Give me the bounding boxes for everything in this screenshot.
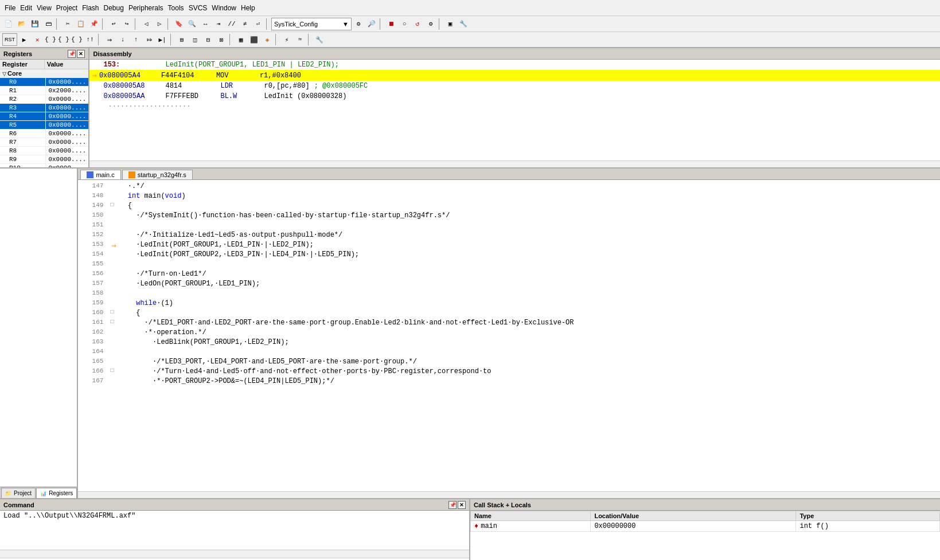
arrow-btn[interactable]: ↑! — [84, 33, 96, 46]
col-value: Value — [45, 60, 89, 69]
command-close-icon[interactable]: ✕ — [458, 501, 466, 509]
forward-btn[interactable]: ▷ — [153, 18, 166, 30]
exec-arrow-icon: ⇒ — [111, 241, 116, 250]
paste-btn[interactable]: 📌 — [88, 18, 100, 30]
menu-window[interactable]: Window — [209, 3, 239, 13]
disasm-hscroll[interactable] — [89, 160, 940, 167]
core-group-header[interactable]: ▽Core — [0, 69, 88, 78]
register-row[interactable]: R40x0800.... — [0, 112, 88, 121]
menu-flash[interactable]: Flash — [80, 3, 101, 13]
menu-file[interactable]: File — [2, 3, 18, 13]
register-row[interactable]: R50x0800.... — [0, 121, 88, 130]
register-row[interactable]: R30x0800.... — [0, 104, 88, 112]
cmd-hscroll[interactable] — [0, 550, 469, 558]
rst-btn[interactable]: RST — [2, 33, 17, 46]
register-row[interactable]: R80x0000.... — [0, 147, 88, 155]
tools2-btn[interactable]: 🔧 — [313, 33, 326, 46]
tools-btn[interactable]: 🔧 — [457, 18, 470, 30]
code-hscroll[interactable] — [78, 491, 940, 498]
callstack-header: Call Stack + Locals — [470, 499, 940, 511]
code-line: 154 ·LedInit(PORT_GROUP2,·LED3_PIN·|·LED… — [78, 250, 940, 260]
view3-btn[interactable]: ⊟ — [202, 33, 214, 46]
register-table-header: Register Value — [0, 60, 88, 69]
fold-icon[interactable]: □ — [110, 367, 117, 374]
register-row[interactable]: R90x0000.... — [0, 155, 88, 164]
menu-debug[interactable]: Debug — [102, 3, 126, 13]
window-btn[interactable]: ▣ — [444, 18, 457, 30]
menu-help[interactable]: Help — [239, 3, 258, 13]
curly3-btn[interactable]: { } — [71, 33, 83, 46]
debug-run2-btn[interactable]: ▶ — [18, 33, 30, 46]
dbg2-btn[interactable]: ◈ — [261, 33, 274, 46]
menu-view[interactable]: View — [34, 3, 54, 13]
mem1-btn[interactable]: ▦ — [235, 33, 247, 46]
left-panel-bottom: 📁 Project 📊 Registers — [0, 169, 78, 498]
register-row[interactable]: R00x0800.... — [0, 78, 88, 87]
registers-panel: Registers 📌 ✕ Register Value ▽Core R00x0… — [0, 48, 89, 167]
code-line: 148 int main(void) — [78, 192, 940, 202]
register-row[interactable]: R20x0000.... — [0, 95, 88, 104]
redo-btn[interactable]: ↪ — [120, 18, 133, 30]
search-btn[interactable]: 🔎 — [365, 18, 378, 30]
tab-project[interactable]: 📁 Project — [1, 488, 36, 498]
undo-btn[interactable]: ↩ — [107, 18, 120, 30]
view4-btn[interactable]: ⊠ — [215, 33, 228, 46]
wrap-btn[interactable]: ⏎ — [252, 18, 264, 30]
register-row[interactable]: R10x2000.... — [0, 87, 88, 95]
debug-stop-btn[interactable]: ⏹ — [385, 18, 397, 30]
wave-btn[interactable]: ≈ — [294, 33, 306, 46]
col-name: Name — [471, 511, 591, 521]
callstack-row[interactable]: ♦main 0x00000000 int f() — [471, 521, 940, 532]
dbg1-btn[interactable]: ⬛ — [248, 33, 260, 46]
tab-main-c[interactable]: main.c — [80, 170, 120, 179]
callstack-title: Call Stack + Locals — [474, 502, 531, 508]
menu-project[interactable]: Project — [54, 3, 80, 13]
view1-btn[interactable]: ⊞ — [175, 33, 188, 46]
command-pin-icon[interactable]: 📌 — [448, 501, 457, 509]
target-dropdown[interactable]: SysTick_Config ▼ — [271, 18, 352, 30]
menu-peripherals[interactable]: Peripherals — [126, 3, 166, 13]
menu-bar: File Edit View Project Flash Debug Perip… — [0, 0, 940, 16]
replace-btn[interactable]: ↔ — [199, 18, 212, 30]
register-row[interactable]: R70x0000.... — [0, 138, 88, 147]
tab-startup-s[interactable]: startup_n32g4fr.s — [122, 170, 193, 179]
fold-icon[interactable]: □ — [110, 202, 117, 208]
register-row[interactable]: R100x0000.... — [0, 164, 88, 167]
menu-edit[interactable]: Edit — [18, 3, 34, 13]
find-btn[interactable]: 🔍 — [186, 18, 198, 30]
curly-btn[interactable]: { } — [44, 33, 57, 46]
step-into-btn[interactable]: ↓ — [116, 33, 129, 46]
command-output: Load "..\\Output\\N32G4FRML.axf" — [0, 511, 469, 550]
debug-reset-btn[interactable]: ↺ — [411, 18, 424, 30]
open-file-btn[interactable]: 📂 — [15, 18, 28, 30]
cut-btn[interactable]: ✂ — [61, 18, 74, 30]
copy-btn[interactable]: 📋 — [75, 18, 87, 30]
save-btn[interactable]: 💾 — [29, 18, 41, 30]
step-over-btn[interactable]: ⇒ — [103, 33, 116, 46]
new-file-btn[interactable]: 📄 — [2, 18, 15, 30]
indent-btn[interactable]: ⇥ — [212, 18, 225, 30]
tab-registers[interactable]: 📊 Registers — [36, 488, 77, 498]
register-row[interactable]: R60x0000.... — [0, 130, 88, 138]
view2-btn[interactable]: ◫ — [189, 33, 201, 46]
debug-more-btn[interactable]: ⚙ — [424, 18, 437, 30]
menu-tools[interactable]: Tools — [166, 3, 186, 13]
bookmark-btn[interactable]: 🔖 — [173, 18, 185, 30]
step-out-btn[interactable]: ↑ — [130, 33, 142, 46]
debug-run-btn[interactable]: ○ — [398, 18, 411, 30]
save-all-btn[interactable]: 🗃 — [42, 18, 54, 30]
uncomment-btn[interactable]: ≠ — [239, 18, 251, 30]
debug-stop2-btn[interactable]: ✕ — [31, 33, 44, 46]
target-config-btn[interactable]: ⚙ — [352, 18, 365, 30]
show-next-btn[interactable]: ▶| — [156, 33, 169, 46]
back-btn[interactable]: ◁ — [140, 18, 153, 30]
menu-svcs[interactable]: SVCS — [186, 3, 210, 13]
registers-pin-icon[interactable]: 📌 — [68, 50, 76, 58]
fold-icon[interactable]: □ — [110, 309, 117, 315]
curly2-btn[interactable]: { } — [57, 33, 70, 46]
run-to-btn[interactable]: ⤇ — [143, 33, 155, 46]
fold-icon[interactable]: □ — [110, 319, 117, 325]
comment-btn[interactable]: // — [225, 18, 238, 30]
perf1-btn[interactable]: ⚡ — [280, 33, 293, 46]
registers-close-icon[interactable]: ✕ — [77, 50, 85, 58]
